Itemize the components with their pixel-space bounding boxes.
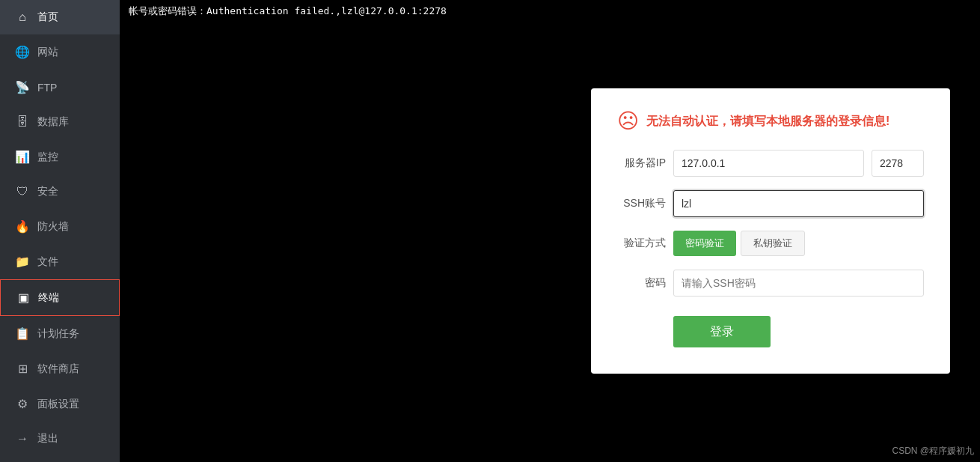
watermark: CSDN @程序媛初九 [892,445,974,458]
monitor-icon: 📊 [15,150,30,164]
sidebar-item-appstore[interactable]: ⊞ 软件商店 [0,351,120,386]
sidebar-item-website[interactable]: 🌐 网站 [0,34,120,70]
sidebar-item-label: FTP [37,82,57,94]
auth-method-row: 验证方式 密码验证 私钥验证 [617,231,924,256]
auth-method-label: 验证方式 [617,237,666,250]
sidebar-item-database[interactable]: 🗄 数据库 [0,105,120,139]
server-port-input[interactable] [872,150,924,177]
tasks-icon: 📋 [15,326,30,341]
sidebar-item-label: 监控 [37,151,58,164]
sidebar-item-label: 网站 [37,46,58,59]
password-row: 密码 [617,270,924,297]
server-ip-row: 服务器IP [617,150,924,177]
sidebar-item-monitor[interactable]: 📊 监控 [0,139,120,174]
watermark-text: CSDN @程序媛初九 [892,446,974,456]
dialog-overlay: ☹ 无法自动认证，请填写本地服务器的登录信息! 服务器IP SSH账号 验证方式… [120,0,980,462]
sidebar-item-firewall[interactable]: 🔥 防火墙 [0,209,120,244]
sidebar-item-settings[interactable]: ⚙ 面板设置 [0,386,120,422]
sidebar-item-label: 软件商店 [37,362,79,376]
server-ip-label: 服务器IP [617,156,666,170]
login-btn-row: 登录 [617,310,924,347]
sidebar-item-label: 面板设置 [37,398,79,411]
sidebar-item-logout[interactable]: → 退出 [0,422,120,456]
logout-icon: → [15,432,30,446]
ssh-account-input[interactable] [673,190,924,217]
auth-password-button[interactable]: 密码验证 [673,231,736,256]
sidebar-item-label: 数据库 [37,115,69,129]
security-icon: 🛡 [15,185,30,198]
server-ip-input[interactable] [673,150,864,177]
warning-icon: ☹ [617,111,639,132]
database-icon: 🗄 [15,115,30,129]
sidebar-item-home[interactable]: ⌂ 首页 [0,0,120,34]
settings-icon: ⚙ [15,397,30,411]
auth-key-button[interactable]: 私钥验证 [741,231,805,256]
sidebar: ⌂ 首页 🌐 网站 📡 FTP 🗄 数据库 📊 监控 🛡 安全 🔥 防火墙 📁 … [0,0,120,462]
sidebar-item-security[interactable]: 🛡 安全 [0,174,120,209]
sidebar-item-ftp[interactable]: 📡 FTP [0,70,120,105]
ssh-account-row: SSH账号 [617,190,924,217]
password-label: 密码 [617,276,666,290]
website-icon: 🌐 [15,45,30,59]
sidebar-item-label: 安全 [37,185,58,198]
login-button[interactable]: 登录 [673,316,771,347]
sidebar-item-label: 计划任务 [37,327,79,341]
files-icon: 📁 [15,255,30,269]
ssh-account-label: SSH账号 [617,197,666,210]
main-area: 帐号或密码错误：Authentication failed.,lzl@127.0… [120,0,980,462]
password-input[interactable] [673,270,924,297]
auth-btn-group: 密码验证 私钥验证 [673,231,809,256]
sidebar-item-label: 文件 [37,255,58,269]
ftp-icon: 📡 [15,80,30,94]
appstore-icon: ⊞ [15,362,30,376]
auth-dialog: ☹ 无法自动认证，请填写本地服务器的登录信息! 服务器IP SSH账号 验证方式… [591,88,950,374]
sidebar-item-label: 防火墙 [37,220,69,234]
sidebar-item-label: 终端 [38,291,59,305]
firewall-icon: 🔥 [15,219,30,234]
sidebar-item-label: 首页 [37,10,58,24]
sidebar-item-terminal[interactable]: ▣ 终端 [0,279,120,316]
sidebar-item-files[interactable]: 📁 文件 [0,244,120,279]
sidebar-item-label: 退出 [37,432,58,446]
home-icon: ⌂ [15,10,30,24]
terminal-icon: ▣ [16,291,31,305]
sidebar-item-tasks[interactable]: 📋 计划任务 [0,316,120,351]
dialog-title: 无法自动认证，请填写本地服务器的登录信息! [646,114,889,130]
dialog-header: ☹ 无法自动认证，请填写本地服务器的登录信息! [617,111,924,132]
